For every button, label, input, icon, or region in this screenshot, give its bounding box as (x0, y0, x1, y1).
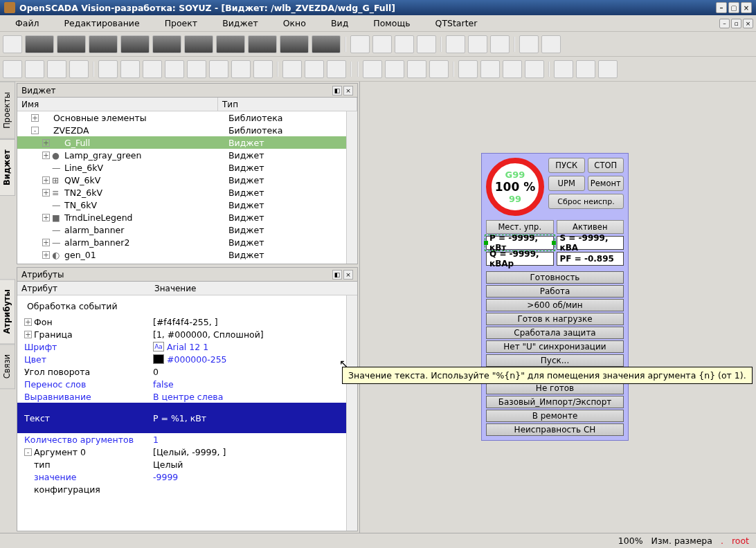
tb-btn[interactable] (468, 35, 487, 53)
attr-row[interactable]: конфигурация (17, 483, 346, 495)
tb-btn[interactable] (312, 35, 341, 53)
tb-align[interactable] (458, 60, 478, 78)
tree-row[interactable]: +G_FullВиджет (17, 136, 346, 149)
tb-btn[interactable] (350, 35, 370, 53)
menu-qtstarter[interactable]: QTStarter (423, 17, 490, 30)
tb-copy[interactable] (305, 60, 324, 78)
tree-row[interactable]: —Line_6kVВиджет (17, 161, 346, 174)
tb-align[interactable] (480, 60, 500, 78)
attr-row[interactable]: -Аргумент 0[Целый, -9999, ] (17, 446, 346, 458)
tb-btn[interactable] (25, 60, 44, 78)
menu-view[interactable]: Вид (318, 17, 361, 30)
tb-btn[interactable] (143, 60, 162, 78)
panel-close-button[interactable]: × (343, 86, 353, 95)
tree-scrollbar[interactable] (346, 111, 357, 264)
attr-row[interactable]: Количество аргументов1 (17, 433, 346, 446)
tree-row[interactable]: +—alarm_banner2Виджет (17, 236, 346, 248)
menu-edit[interactable]: Редактирование (52, 17, 152, 30)
tb-btn[interactable] (3, 35, 22, 53)
tree-row[interactable]: —TN_6kVВиджет (17, 199, 346, 211)
minimize-button[interactable]: – (716, 2, 727, 13)
attr-row[interactable]: значение-9999 (17, 471, 346, 483)
tb-btn[interactable] (280, 35, 309, 53)
tb-btn[interactable] (446, 35, 465, 53)
tb-btn[interactable] (541, 35, 561, 53)
attr-scrollbar[interactable] (346, 295, 357, 531)
tree-row[interactable]: +■TrndLineLegendВиджет (17, 211, 346, 223)
tb-btn[interactable] (216, 35, 245, 53)
tb-btn[interactable] (120, 35, 150, 53)
tb-btn[interactable] (417, 35, 436, 53)
tb-btn[interactable] (231, 60, 251, 78)
col-type[interactable]: Тип (218, 98, 357, 111)
tb-paste[interactable] (327, 60, 346, 78)
attr-row[interactable]: типЦелый (17, 458, 346, 471)
tab-attributes[interactable]: Атрибуты (0, 279, 15, 344)
col-name[interactable]: Имя (17, 98, 218, 111)
tb-btn[interactable] (187, 60, 206, 78)
tb-btn[interactable] (209, 60, 228, 78)
tb-btn[interactable] (120, 60, 140, 78)
tree-row[interactable]: +◐gen_01Виджет (17, 248, 346, 261)
tb-btn[interactable] (184, 35, 213, 53)
tb-align[interactable] (429, 60, 449, 78)
tb-btn[interactable] (490, 35, 510, 53)
tb-btn[interactable] (152, 35, 181, 53)
col-attr[interactable]: Атрибут (17, 282, 150, 295)
tb-btn[interactable] (248, 35, 277, 53)
tb-btn[interactable] (98, 60, 118, 78)
tb-align[interactable] (598, 60, 618, 78)
panel-float-button[interactable]: ◧ (332, 270, 342, 280)
panel-float-button[interactable]: ◧ (332, 86, 342, 95)
attr-row[interactable]: ШрифтAaArial 12 1 (17, 340, 346, 353)
tree-row[interactable]: —alarm_bannerВиджет (17, 223, 346, 236)
tb-btn[interactable] (372, 35, 392, 53)
btn-remont[interactable]: Ремонт (588, 176, 624, 191)
tb-align[interactable] (554, 60, 573, 78)
tb-btn[interactable] (253, 60, 273, 78)
menu-project[interactable]: Проект (152, 17, 210, 30)
close-button[interactable]: × (741, 2, 752, 13)
maximize-button[interactable]: ▢ (728, 2, 739, 13)
tb-btn[interactable] (165, 60, 184, 78)
tb-btn[interactable] (25, 35, 54, 53)
tab-projects[interactable]: Проекты (0, 82, 15, 139)
tb-align[interactable] (576, 60, 595, 78)
tb-cut[interactable] (282, 60, 302, 78)
tb-align[interactable] (503, 60, 522, 78)
tb-align[interactable] (525, 60, 544, 78)
tree-row[interactable]: +●Lamp_gray_greenВиджет (17, 149, 346, 161)
g-full-widget[interactable]: G99 100 % 99 ПУСК СТОП UPM Ремонт Сброс … (481, 153, 629, 441)
menu-file[interactable]: Файл (3, 17, 52, 30)
val-p[interactable]: P = -9999, кВт (486, 236, 554, 250)
col-value[interactable]: Значение (150, 282, 357, 295)
tree-row[interactable]: +Основные элементыБиблиотека (17, 111, 346, 124)
design-canvas[interactable]: G99 100 % 99 ПУСК СТОП UPM Ремонт Сброс … (360, 82, 756, 533)
attr-row[interactable]: Перенос словfalse (17, 378, 346, 390)
tree-row[interactable]: +≡TN2_6kVВиджет (17, 186, 346, 199)
attr-row[interactable]: Угол поворота0 (17, 365, 346, 378)
attr-row[interactable]: ТекстP = %1, кВт (17, 403, 346, 433)
tree-row[interactable]: gradientВиджет (17, 261, 346, 264)
tb-btn[interactable] (3, 60, 22, 78)
tb-btn[interactable] (57, 35, 86, 53)
attr-row[interactable]: +Граница[1, #000000, Сплошной] (17, 328, 346, 340)
tb-btn[interactable] (89, 35, 118, 53)
tb-btn[interactable] (69, 60, 89, 78)
attr-row[interactable]: +Фон[#f4f4f4-255, ] (17, 316, 346, 328)
tb-btn[interactable] (395, 35, 414, 53)
attr-row[interactable]: Цвет#000000-255 (17, 353, 346, 365)
tb-align[interactable] (407, 60, 426, 78)
menu-widget[interactable]: Виджет (210, 17, 271, 30)
tab-links[interactable]: Связи (0, 344, 15, 389)
tb-btn[interactable] (47, 60, 66, 78)
mdi-close[interactable]: × (743, 19, 753, 28)
tree-row[interactable]: +⊞QW_6kVВиджет (17, 174, 346, 186)
tb-btn[interactable] (519, 35, 539, 53)
menu-help[interactable]: Помощь (361, 17, 422, 30)
btn-pusk[interactable]: ПУСК (548, 158, 585, 173)
btn-reset[interactable]: Сброс неиспр. (548, 194, 624, 209)
tree-row[interactable]: -ZVEZDAБиблиотека (17, 124, 346, 136)
tb-align[interactable] (385, 60, 404, 78)
attr-table[interactable]: Обработка событий +Фон[#f4f4f4-255, ]+Гр… (17, 295, 346, 531)
